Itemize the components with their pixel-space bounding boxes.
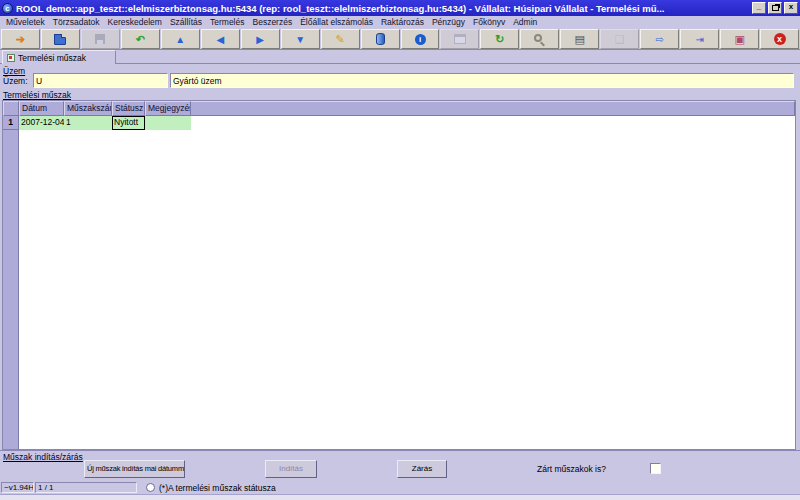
close-shift-button[interactable]: Zárás — [397, 460, 447, 478]
new-shift-today-button[interactable]: Új műszak indítás mai dátummal — [84, 460, 185, 478]
last-record-icon: ▼ — [295, 34, 305, 45]
database-button[interactable] — [361, 29, 400, 49]
next-record-button[interactable]: ▶ — [241, 29, 280, 49]
app-icon: c — [2, 3, 13, 14]
menu-raktarozas[interactable]: Raktározás — [377, 17, 428, 27]
table-style-button[interactable]: ▣ — [720, 29, 759, 49]
undo-button[interactable]: ↶ — [121, 29, 160, 49]
close-window-button[interactable]: x — [784, 2, 798, 14]
open-folder-icon — [54, 37, 66, 45]
table-import-icon: ⇥ — [695, 34, 703, 45]
closed-shifts-checkbox[interactable] — [650, 463, 661, 474]
table-import-button[interactable]: ⇥ — [680, 29, 719, 49]
muszak-inditas-zaras-link[interactable]: Műszak indítás/zárás — [3, 452, 83, 462]
menu-eloallat-elszamolas[interactable]: Élőállat elszámolás — [296, 17, 377, 27]
menu-penzugy[interactable]: Pénzügy — [428, 17, 469, 27]
column-header-statusz[interactable]: Státusz — [112, 101, 145, 116]
next-record-icon: ▶ — [256, 34, 264, 45]
table-rows-icon: ▤ — [575, 33, 585, 46]
termelesi-muszak-link[interactable]: Termelési műszak — [3, 90, 71, 100]
menu-beszerzes[interactable]: Beszerzés — [248, 17, 296, 27]
menu-muveletek[interactable]: Műveletek — [2, 17, 49, 27]
menu-szallitas[interactable]: Szállítás — [166, 17, 206, 27]
last-record-button[interactable]: ▼ — [281, 29, 320, 49]
table-style-icon: ▣ — [734, 33, 744, 46]
menubar: Műveletek Törzsadatok Kereskedelem Száll… — [0, 16, 800, 28]
edit-button[interactable]: ✎ — [321, 29, 360, 49]
menu-admin[interactable]: Admin — [509, 17, 541, 27]
closed-shifts-label: Zárt műszakok is? — [537, 464, 606, 474]
tab-termelesi-muszak[interactable]: Termelési műszak — [2, 50, 116, 64]
toolbar: ➔ ↶ ▲ ◀ ▶ ▼ ✎ i ↻ ▤ ❑ ⇨ ⇥ ▣ x — [0, 28, 800, 50]
cell-statusz-focused[interactable]: Nyitott — [112, 116, 145, 130]
undo-icon: ↶ — [136, 33, 145, 46]
column-header-datum[interactable]: Dátum — [19, 101, 64, 116]
close-form-button[interactable]: x — [760, 29, 799, 49]
column-header-megjegyzes[interactable]: Megjegyzés — [145, 101, 191, 116]
menu-kereskedelem[interactable]: Kereskedelem — [104, 17, 166, 27]
uzem-name-input[interactable] — [170, 73, 794, 88]
menu-termeles[interactable]: Termelés — [206, 17, 248, 27]
search-icon — [534, 34, 542, 42]
previous-record-icon: ◀ — [216, 34, 224, 45]
info-button[interactable]: i — [401, 29, 440, 49]
version-cell: ~v1.94H — [1, 482, 34, 493]
print-button[interactable]: ❑ — [600, 29, 639, 49]
column-header-muszakszam[interactable]: Műszakszám — [64, 101, 112, 116]
cell-megjegyzes[interactable] — [145, 116, 191, 130]
uzem-section-link[interactable]: Üzem — [3, 66, 25, 76]
table-export-icon: ⇨ — [656, 34, 664, 45]
app-window: c ROOL demo::app_teszt::elelmiszerbizton… — [0, 0, 800, 500]
row-gutter-column — [3, 130, 19, 449]
record-count-cell: 1 / 1 — [35, 482, 137, 493]
save-icon — [95, 34, 105, 44]
first-record-icon: ▲ — [175, 34, 185, 45]
info-icon: i — [415, 34, 426, 45]
exit-icon: ➔ — [16, 33, 25, 46]
footer-panel: Műszak indítás/zárás Új műszak indítás m… — [0, 450, 800, 481]
restore-button[interactable] — [768, 2, 782, 14]
exit-button[interactable]: ➔ — [1, 29, 40, 49]
column-header-filler — [191, 101, 795, 116]
status-radio[interactable] — [146, 483, 155, 492]
table-export-button[interactable]: ⇨ — [640, 29, 679, 49]
menu-fokonyv[interactable]: Főkönyv — [469, 17, 509, 27]
uzem-code-input[interactable] — [33, 73, 168, 88]
save-button[interactable] — [81, 29, 120, 49]
window-button[interactable] — [440, 29, 479, 49]
table-row[interactable]: 1 2007-12-04 1 Nyitott — [3, 116, 191, 130]
restore-icon — [772, 5, 779, 11]
open-button[interactable] — [41, 29, 80, 49]
first-record-button[interactable]: ▲ — [161, 29, 200, 49]
edit-icon: ✎ — [335, 33, 344, 46]
tab-label: Termelési műszak — [18, 53, 86, 63]
row-number-cell: 1 — [3, 116, 19, 130]
table-rows-button[interactable]: ▤ — [560, 29, 599, 49]
row-number-header — [3, 101, 19, 116]
tab-strip: Termelési műszak — [0, 50, 800, 64]
close-icon: x — [774, 33, 786, 45]
cell-muszakszam[interactable]: 1 — [64, 116, 112, 130]
window-icon — [454, 34, 466, 44]
search-button[interactable] — [520, 29, 559, 49]
uzem-field-label: Üzem: — [3, 76, 28, 86]
start-shift-button[interactable]: Indítás — [265, 460, 317, 478]
titlebar: c ROOL demo::app_teszt::elelmiszerbizton… — [0, 0, 800, 16]
table-header-row: Dátum Műszakszám Státusz Megjegyzés — [3, 101, 795, 116]
refresh-icon: ↻ — [495, 33, 504, 46]
tab-icon — [7, 54, 15, 62]
database-icon — [376, 33, 385, 45]
window-title: ROOL demo::app_teszt::elelmiszerbiztonsa… — [16, 3, 749, 14]
window-bottom-edge — [0, 494, 800, 500]
cell-datum[interactable]: 2007-12-04 — [19, 116, 64, 130]
previous-record-button[interactable]: ◀ — [201, 29, 240, 49]
statusbar: ~v1.94H 1 / 1 (*)A termelési műszak stát… — [0, 481, 800, 494]
print-icon: ❑ — [615, 33, 625, 46]
menu-torzsadatok[interactable]: Törzsadatok — [49, 17, 104, 27]
status-note: (*)A termelési műszak státusza — [159, 483, 276, 493]
refresh-button[interactable]: ↻ — [480, 29, 519, 49]
minimize-button[interactable]: _ — [752, 2, 766, 14]
shift-table: Dátum Műszakszám Státusz Megjegyzés 1 20… — [2, 100, 796, 450]
